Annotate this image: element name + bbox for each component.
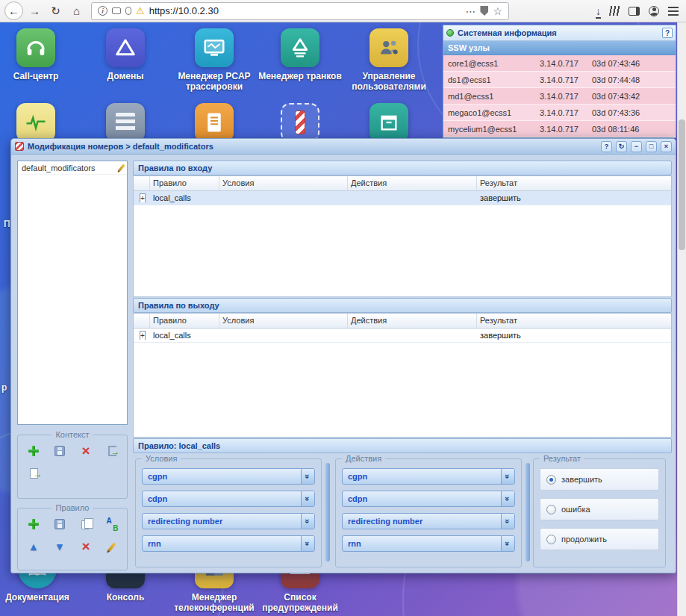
add-rule-button[interactable]: [25, 516, 42, 532]
page-actions-icon[interactable]: ⋯: [465, 5, 475, 17]
desktop-icon-server[interactable]: [106, 103, 145, 142]
move-rule-up-button[interactable]: ▲: [25, 538, 42, 555]
desktop-icon-pcap-manager[interactable]: Менеджер PCAP трассировки: [169, 28, 259, 92]
ssw-node-row: ds1@ecss1 3.14.0.717 03d 07:44:48: [443, 72, 676, 88]
bookmark-star-icon[interactable]: ☆: [493, 5, 502, 17]
help-button[interactable]: ?: [662, 28, 673, 38]
desktop-icon-trunk-manager[interactable]: Менеджер транков: [255, 28, 345, 81]
action-combo-redirecting-number[interactable]: redirecting number: [342, 513, 515, 529]
delete-rule-button[interactable]: ×: [78, 538, 94, 555]
copy-rule-button[interactable]: [78, 516, 94, 532]
combo-trigger-icon[interactable]: [501, 536, 514, 551]
result-option-label: продолжить: [561, 535, 607, 544]
column-header-result[interactable]: Результат: [477, 314, 671, 328]
context-list: default_modificators: [17, 161, 128, 425]
door-arrow-icon: [108, 446, 116, 456]
edit-rule-button[interactable]: [104, 538, 120, 555]
move-rule-down-button[interactable]: ▼: [52, 538, 68, 555]
combo-trigger-icon[interactable]: [301, 469, 314, 484]
window-titlebar[interactable]: Модификация номеров > default_modificato…: [11, 139, 676, 155]
delete-context-button[interactable]: ×: [78, 443, 94, 459]
export-context-button[interactable]: [25, 465, 42, 482]
condition-combo-cgpn[interactable]: cgpn: [142, 468, 315, 485]
result-option-label: ошибка: [561, 505, 590, 514]
window-minimize-button[interactable]: −: [631, 141, 642, 152]
system-info-title: Системная информация: [458, 28, 658, 37]
expand-button[interactable]: +: [140, 193, 146, 202]
desktop-icon-user-management[interactable]: Управление пользователями: [344, 28, 434, 92]
column-header-actions[interactable]: Действия: [348, 176, 477, 190]
action-combo-cgpn[interactable]: cgpn: [342, 468, 515, 485]
result-cell: завершить: [477, 193, 671, 202]
save-icon: [54, 446, 65, 456]
combo-trigger-icon[interactable]: [301, 536, 314, 551]
rule-row[interactable]: + local_calls завершить: [134, 329, 671, 343]
radio-icon[interactable]: [546, 505, 556, 514]
beacon-icon: [295, 111, 305, 134]
radio-icon[interactable]: [546, 475, 556, 485]
expand-button[interactable]: +: [140, 331, 146, 340]
column-header-conditions[interactable]: Условия: [219, 314, 348, 328]
save-rule-button[interactable]: [52, 516, 68, 532]
page-scrollbar[interactable]: [677, 22, 686, 616]
context-list-item[interactable]: default_modificators: [18, 161, 127, 175]
result-option-continue[interactable]: продолжить: [540, 528, 659, 550]
url-bar[interactable]: i ⚠ https://10.0.2.30 ⋯ ☆: [91, 2, 509, 20]
rename-rule-button[interactable]: [104, 516, 120, 532]
desktop-icon-monitoring[interactable]: [16, 103, 55, 142]
window-refresh-button[interactable]: ↻: [616, 141, 627, 152]
desktop-icon-documents[interactable]: [195, 103, 234, 142]
action-combo-cdpn[interactable]: cdpn: [342, 491, 515, 507]
sidebar-icon[interactable]: [629, 7, 640, 16]
combo-trigger-icon[interactable]: [501, 491, 514, 506]
desktop-icon-domains[interactable]: Домены: [81, 28, 170, 81]
permission-icon[interactable]: [112, 7, 121, 14]
condition-combo-redirecting-number[interactable]: redirecting number: [142, 513, 315, 529]
save-context-button[interactable]: [52, 443, 68, 459]
combo-trigger-icon[interactable]: [301, 514, 314, 529]
window-help-button[interactable]: ?: [601, 141, 612, 152]
library-icon[interactable]: [609, 6, 620, 16]
site-info-icon[interactable]: i: [98, 6, 107, 16]
window-maximize-button[interactable]: □: [646, 141, 657, 152]
result-option-error[interactable]: ошибка: [540, 498, 659, 520]
combo-trigger-icon[interactable]: [301, 491, 314, 506]
back-button[interactable]: ←: [4, 1, 23, 20]
permission-icon[interactable]: [125, 7, 131, 15]
add-context-button[interactable]: [25, 443, 42, 459]
scrollbar-thumb[interactable]: [679, 119, 685, 250]
downloads-icon[interactable]: ↓: [596, 5, 601, 17]
refresh-button[interactable]: ↻: [46, 1, 65, 20]
column-header-conditions[interactable]: Условия: [219, 176, 348, 190]
home-button[interactable]: ⌂: [67, 1, 86, 20]
result-fieldset: Результат завершить ошибка продолжить: [533, 458, 666, 567]
window-close-button[interactable]: ×: [661, 141, 672, 152]
account-icon[interactable]: [649, 6, 659, 16]
condition-combo-cdpn[interactable]: cdpn: [142, 491, 315, 507]
menu-icon[interactable]: [668, 10, 679, 12]
forward-button[interactable]: →: [25, 1, 44, 20]
action-combo-rnn[interactable]: rnn: [342, 535, 515, 552]
rule-row[interactable]: + local_calls завершить: [134, 191, 671, 205]
import-context-button[interactable]: [104, 443, 120, 459]
column-header-rule[interactable]: Правило: [150, 176, 219, 190]
column-header-result[interactable]: Результат: [477, 176, 671, 190]
combo-value: cgpn: [343, 469, 501, 484]
column-header-actions[interactable]: Действия: [348, 314, 477, 328]
condition-combo-rnn[interactable]: rnn: [142, 535, 315, 552]
desktop-icon-archive[interactable]: [369, 103, 408, 142]
combo-trigger-icon[interactable]: [501, 514, 514, 529]
column-header-rule[interactable]: Правило: [150, 314, 219, 328]
conditions-scrollbar[interactable]: [325, 463, 330, 561]
result-option-finish[interactable]: завершить: [540, 468, 659, 491]
shield-icon[interactable]: [480, 6, 488, 16]
desktop-icon-label: Консоль: [77, 592, 174, 603]
combo-value: cdpn: [343, 491, 501, 506]
arrow-up-icon: ▲: [28, 541, 39, 553]
actions-scrollbar[interactable]: [526, 463, 530, 561]
desktop-icon-call-center[interactable]: Call-центр: [0, 28, 81, 81]
radio-icon[interactable]: [546, 535, 556, 544]
combo-trigger-icon[interactable]: [501, 469, 514, 484]
desktop-icon-number-modificators[interactable]: [281, 103, 319, 142]
desktop-icon-label: Call-центр: [0, 71, 81, 81]
